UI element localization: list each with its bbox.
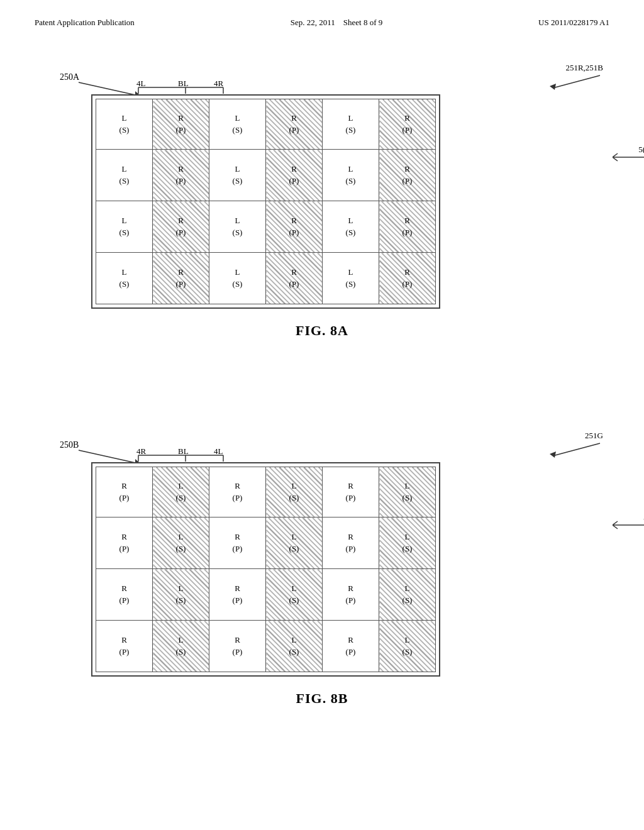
table-row: R(P) L(S) R(P) L(S) R(P) L(S) (96, 621, 436, 672)
cell-r0c3: R(P) (266, 99, 323, 150)
cell-b-r1c1: L(S) (153, 517, 209, 569)
cell-b-r2c1: L(S) (153, 569, 209, 621)
cell-b-r0c4: R(P) (323, 467, 379, 517)
cell-b-r2c2: R(P) (209, 569, 266, 621)
cell-r3c3: R(P) (266, 253, 323, 304)
cell-r0c0: L(S) (96, 99, 153, 150)
cell-r2c2: L(S) (209, 201, 266, 253)
cell-b-r2c5: L(S) (379, 569, 436, 621)
cell-b-r1c3: L(S) (266, 517, 323, 569)
cell-r1c0: L(S) (96, 150, 153, 201)
cell-b-r0c3: L(S) (266, 467, 323, 517)
header-right: US 2011/0228179 A1 (538, 18, 609, 28)
cell-r2c1: R(P) (153, 201, 209, 253)
cell-b-r0c5: L(S) (379, 467, 436, 517)
cell-b-r2c0: R(P) (96, 569, 153, 621)
fig8a-section: 250A 4L BL 4R (35, 60, 609, 339)
table-row: R(P) L(S) R(P) L(S) R(P) L(S) (96, 467, 436, 517)
cell-r2c5: R(P) (379, 201, 436, 253)
svg-line-12 (79, 450, 135, 463)
cell-b-r3c3: L(S) (266, 621, 323, 672)
cell-r1c1: R(P) (153, 150, 209, 201)
fig8b-251-label: 251G (585, 431, 603, 441)
cell-r3c1: R(P) (153, 253, 209, 304)
cell-b-r0c1: L(S) (153, 467, 209, 517)
cell-r3c0: L(S) (96, 253, 153, 304)
table-row: L(S) R(P) L(S) R(P) L(S) R(P) (96, 99, 436, 150)
cell-r0c5: R(P) (379, 99, 436, 150)
svg-marker-20 (550, 451, 556, 458)
fig8b-caption: FIG. 8B (35, 690, 609, 707)
table-row: L(S) R(P) L(S) R(P) L(S) R(P) (96, 150, 436, 201)
fig8a-grid: L(S) R(P) L(S) R(P) L(S) R(P) L(S) R(P) … (96, 99, 436, 304)
cell-r1c4: L(S) (323, 150, 379, 201)
cell-r0c2: L(S) (209, 99, 266, 150)
page: Patent Application Publication Sep. 22, … (0, 0, 644, 830)
cell-r3c5: R(P) (379, 253, 436, 304)
fig8a-251-label: 251R,251B (565, 63, 603, 73)
fig8b-grid: R(P) L(S) R(P) L(S) R(P) L(S) R(P) L(S) … (96, 467, 436, 672)
svg-line-23 (613, 525, 618, 529)
fig8b-251-arrow (543, 440, 606, 459)
cell-b-r3c5: L(S) (379, 621, 436, 672)
cell-b-r1c4: R(P) (323, 517, 379, 569)
cell-r1c3: R(P) (266, 150, 323, 201)
svg-marker-8 (550, 84, 556, 90)
cell-b-r0c0: R(P) (96, 467, 153, 517)
svg-line-22 (613, 521, 618, 525)
fig8b-5-arrow (613, 519, 644, 531)
cell-r1c2: L(S) (209, 150, 266, 201)
cell-b-r3c4: R(P) (323, 621, 379, 672)
cell-r2c0: L(S) (96, 201, 153, 253)
fig8a-caption: FIG. 8A (35, 323, 609, 339)
svg-line-19 (553, 443, 600, 456)
svg-line-7 (553, 75, 600, 88)
table-row: L(S) R(P) L(S) R(P) L(S) R(P) (96, 201, 436, 253)
cell-r1c5: R(P) (379, 150, 436, 201)
cell-b-r1c2: R(P) (209, 517, 266, 569)
cell-b-r3c1: L(S) (153, 621, 209, 672)
cell-b-r2c3: L(S) (266, 569, 323, 621)
header-center: Sep. 22, 2011 Sheet 8 of 9 (291, 18, 383, 28)
cell-b-r3c2: R(P) (209, 621, 266, 672)
fig8a-251-arrow (543, 72, 606, 91)
cell-b-r1c5: L(S) (379, 517, 436, 569)
header-left: Patent Application Publication (35, 18, 135, 28)
fig8b-grid-border: R(P) L(S) R(P) L(S) R(P) L(S) R(P) L(S) … (91, 462, 440, 677)
cell-b-r0c2: R(P) (209, 467, 266, 517)
fig8a-grid-border: L(S) R(P) L(S) R(P) L(S) R(P) L(S) R(P) … (91, 94, 440, 309)
cell-r0c4: L(S) (323, 99, 379, 150)
cell-b-r1c0: R(P) (96, 517, 153, 569)
fig8a-5-arrow (613, 151, 644, 163)
cell-b-r2c4: R(P) (323, 569, 379, 621)
table-row: R(P) L(S) R(P) L(S) R(P) L(S) (96, 517, 436, 569)
svg-line-10 (613, 153, 618, 157)
cell-b-r3c0: R(P) (96, 621, 153, 672)
table-row: L(S) R(P) L(S) R(P) L(S) R(P) (96, 253, 436, 304)
svg-line-11 (613, 157, 618, 161)
fig8b-section: 250B 4R BL 4L 251G (35, 428, 609, 707)
svg-line-0 (79, 82, 135, 95)
table-row: R(P) L(S) R(P) L(S) R(P) L(S) (96, 569, 436, 621)
cell-r0c1: R(P) (153, 99, 209, 150)
cell-r2c4: L(S) (323, 201, 379, 253)
cell-r3c2: L(S) (209, 253, 266, 304)
cell-r3c4: L(S) (323, 253, 379, 304)
cell-r2c3: R(P) (266, 201, 323, 253)
